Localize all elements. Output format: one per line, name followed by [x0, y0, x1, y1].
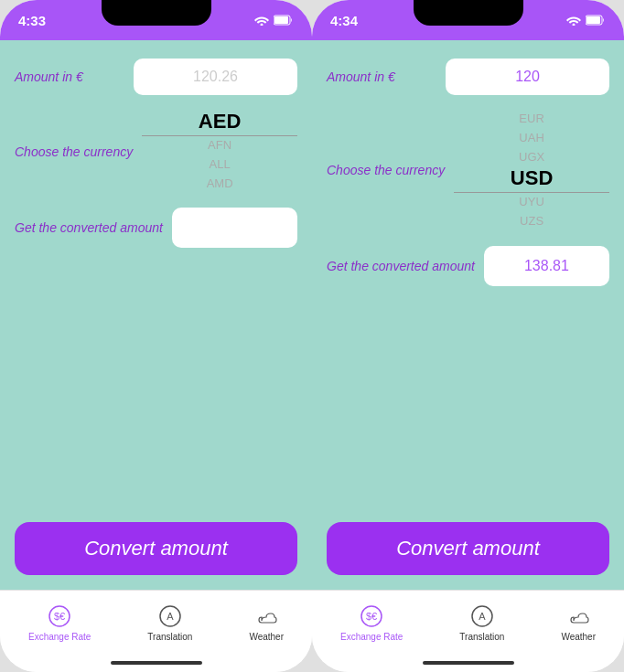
convert-button-right[interactable]: Convert amount — [327, 522, 609, 575]
currency-section-left: Choose the currency AED AFN ALL AMD — [15, 110, 297, 193]
tab-exchange-label-right: Exchange Rate — [340, 632, 403, 642]
tab-translation-label-left: Translation — [147, 632, 192, 642]
converted-value-right: 138.81 — [524, 258, 569, 274]
converted-box-left[interactable] — [172, 208, 297, 248]
convert-btn-area-right: Convert amount — [312, 511, 624, 590]
converted-row-right: Get the converted amount 138.81 — [327, 246, 609, 286]
currency-below-1-left[interactable]: ALL — [207, 155, 233, 175]
status-time-right: 4:34 — [330, 13, 358, 28]
exchange-icon-left: $€ — [47, 603, 72, 629]
amount-label-right: Amount in € — [327, 69, 436, 85]
converted-row-left: Get the converted amount — [15, 208, 297, 248]
translation-icon-right: A — [469, 603, 495, 629]
home-indicator-right — [312, 654, 624, 672]
status-icons-right — [566, 15, 606, 26]
currency-selected-left[interactable]: AED — [142, 110, 297, 136]
status-icons-left — [254, 15, 294, 26]
svg-text:$€: $€ — [54, 611, 65, 622]
svg-text:$€: $€ — [366, 611, 377, 622]
home-indicator-left — [0, 654, 312, 672]
currency-below-right: UYU UZS — [519, 193, 543, 231]
status-bar-left: 4:33 — [0, 0, 312, 40]
tab-bar-right: $€ Exchange Rate A Translation Weather — [312, 590, 624, 654]
converted-box-right[interactable]: 138.81 — [484, 246, 609, 286]
converted-label-left: Get the converted amount — [15, 219, 163, 236]
currency-below-0-left[interactable]: AFN — [207, 136, 233, 155]
currency-above-2-right[interactable]: UGX — [519, 148, 544, 167]
battery-icon-right — [586, 15, 606, 26]
tab-weather-label-left: Weather — [249, 632, 284, 642]
amount-row-right: Amount in € 120 — [327, 59, 609, 95]
weather-icon-right — [565, 603, 591, 629]
battery-icon-left — [274, 15, 294, 26]
amount-placeholder-left: 120.26 — [193, 69, 238, 85]
tab-bar-left: $€ Exchange Rate A Translation Weather — [0, 590, 312, 654]
convert-btn-area-left: Convert amount — [0, 511, 312, 590]
currency-label-left: Choose the currency — [15, 144, 133, 159]
currency-above-1-right[interactable]: UAH — [519, 129, 544, 148]
tab-translation-label-right: Translation — [459, 632, 504, 642]
tab-exchange-right[interactable]: $€ Exchange Rate — [340, 603, 403, 642]
home-bar-right — [423, 661, 514, 665]
app-content-right: Amount in € 120 Choose the currency EUR … — [312, 40, 624, 511]
amount-input-left[interactable]: 120.26 — [134, 59, 297, 95]
tab-exchange-left[interactable]: $€ Exchange Rate — [28, 603, 91, 642]
tab-translation-right[interactable]: A Translation — [459, 603, 504, 642]
svg-text:A: A — [479, 611, 486, 622]
translation-icon-left: A — [157, 603, 183, 629]
currency-selected-right[interactable]: USD — [454, 166, 609, 193]
notch-right — [414, 0, 523, 26]
tab-weather-label-right: Weather — [561, 632, 596, 642]
home-bar-left — [111, 661, 202, 665]
tab-translation-left[interactable]: A Translation — [147, 603, 192, 642]
tab-weather-left[interactable]: Weather — [249, 603, 284, 642]
convert-button-left[interactable]: Convert amount — [15, 522, 297, 575]
app-content-left: Amount in € 120.26 Choose the currency A… — [0, 40, 312, 511]
wifi-icon-right — [566, 15, 581, 26]
exchange-icon-right: $€ — [359, 603, 384, 629]
notch-left — [102, 0, 211, 26]
converted-label-right: Get the converted amount — [327, 258, 475, 274]
currency-below-0-right[interactable]: UYU — [519, 193, 543, 212]
status-bar-right: 4:34 — [312, 0, 624, 40]
status-time-left: 4:33 — [18, 13, 46, 28]
currency-label-right: Choose the currency — [327, 163, 445, 177]
tab-weather-right[interactable]: Weather — [561, 603, 596, 642]
amount-value-right: 120 — [515, 69, 540, 85]
amount-label-left: Amount in € — [15, 69, 124, 85]
amount-input-right[interactable]: 120 — [446, 59, 609, 95]
amount-row-left: Amount in € 120.26 — [15, 59, 297, 95]
svg-text:A: A — [167, 611, 174, 622]
svg-rect-1 — [274, 16, 288, 24]
wifi-icon-left — [254, 15, 269, 26]
currency-picker-right[interactable]: EUR UAH UGX USD UYU UZS — [454, 110, 609, 231]
svg-rect-7 — [586, 16, 600, 24]
currency-above-0-right[interactable]: EUR — [519, 110, 544, 129]
currency-below-2-left[interactable]: AMD — [207, 175, 233, 194]
currency-below-left: AFN ALL AMD — [207, 136, 233, 193]
currency-above-right: EUR UAH UGX — [519, 110, 544, 166]
currency-section-right: Choose the currency EUR UAH UGX USD UYU … — [327, 110, 609, 231]
phone-right: 4:34 Amount in € 120 Choose the curren — [312, 0, 624, 672]
currency-below-1-right[interactable]: UZS — [519, 212, 543, 231]
weather-icon-left — [253, 603, 279, 629]
phone-left: 4:33 Amount in € 120.26 — [0, 0, 312, 672]
currency-picker-left[interactable]: AED AFN ALL AMD — [142, 110, 297, 193]
tab-exchange-label-left: Exchange Rate — [28, 632, 91, 642]
